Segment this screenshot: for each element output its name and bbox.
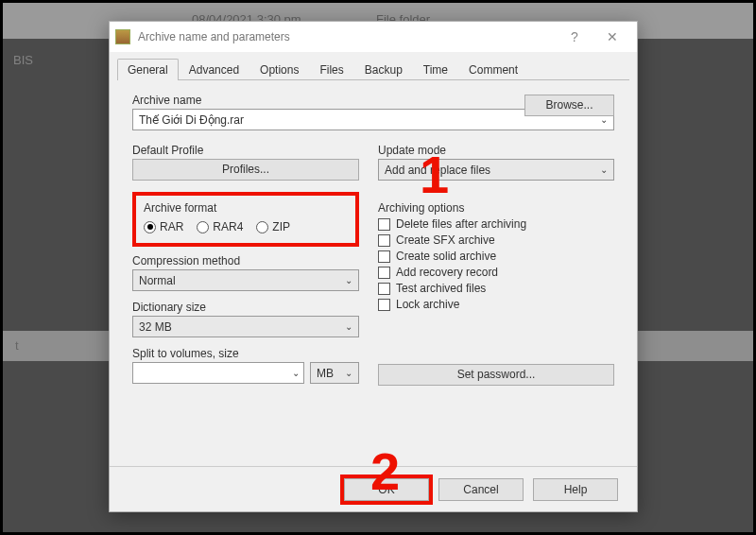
tab-time[interactable]: Time: [413, 59, 458, 80]
titlebar: Archive name and parameters ? ✕: [110, 22, 637, 52]
close-icon[interactable]: ✕: [593, 29, 631, 44]
archive-dialog: Archive name and parameters ? ✕ General …: [109, 21, 638, 512]
chk-create-sfx[interactable]: Create SFX archive: [378, 233, 614, 247]
dictionary-size-select[interactable]: 32 MB ⌄: [132, 316, 359, 337]
set-password-button[interactable]: Set password...: [378, 364, 614, 386]
chk-delete-after[interactable]: Delete files after archiving: [378, 217, 614, 231]
chevron-down-icon: ⌄: [292, 368, 300, 378]
archive-format-group: Archive format RAR RAR4 ZIP: [132, 192, 359, 247]
split-unit-select[interactable]: MB ⌄: [310, 362, 359, 384]
default-profile-label: Default Profile: [132, 144, 359, 157]
archive-name-value: Thế Giới Di Động.rar: [139, 113, 244, 127]
tab-options[interactable]: Options: [249, 59, 309, 80]
chevron-down-icon: ⌄: [345, 368, 352, 378]
chk-create-solid[interactable]: Create solid archive: [378, 250, 614, 263]
dictionary-size-label: Dictionary size: [132, 301, 359, 314]
archive-format-label: Archive format: [144, 201, 348, 215]
tab-files[interactable]: Files: [309, 59, 353, 80]
compression-method-label: Compression method: [132, 254, 359, 268]
archiving-options-label: Archiving options: [378, 201, 614, 215]
chevron-down-icon: ⌄: [345, 321, 352, 332]
tab-general[interactable]: General: [117, 59, 179, 80]
chevron-down-icon: ⌄: [345, 275, 352, 285]
tab-strip: General Advanced Options Files Backup Ti…: [117, 59, 629, 80]
tab-comment[interactable]: Comment: [458, 59, 528, 80]
split-size-input[interactable]: ⌄: [132, 362, 304, 384]
callout-1: 1: [420, 148, 449, 201]
radio-zip[interactable]: ZIP: [256, 220, 290, 233]
tab-advanced[interactable]: Advanced: [179, 59, 249, 80]
help-icon[interactable]: ?: [556, 29, 593, 44]
update-mode-select[interactable]: Add and replace files ⌄: [378, 159, 614, 181]
split-volumes-label: Split to volumes, size: [132, 347, 359, 360]
callout-2: 2: [370, 445, 400, 498]
update-mode-label: Update mode: [378, 144, 614, 157]
dialog-title: Archive name and parameters: [138, 30, 556, 43]
tab-content: Archive name Browse... Thế Giới Di Động.…: [110, 80, 637, 395]
chevron-down-icon: ⌄: [600, 164, 608, 175]
winrar-icon: [115, 29, 130, 44]
chk-recovery-record[interactable]: Add recovery record: [378, 266, 614, 279]
cancel-button[interactable]: Cancel: [438, 478, 524, 501]
help-button[interactable]: Help: [533, 478, 618, 501]
radio-rar[interactable]: RAR: [144, 220, 183, 233]
compression-method-select[interactable]: Normal ⌄: [132, 269, 359, 291]
browse-button[interactable]: Browse...: [524, 95, 614, 116]
profiles-button[interactable]: Profiles...: [132, 159, 359, 181]
chk-test-archived[interactable]: Test archived files: [378, 282, 614, 295]
chk-lock-archive[interactable]: Lock archive: [378, 298, 614, 311]
radio-rar4[interactable]: RAR4: [197, 220, 243, 233]
tab-backup[interactable]: Backup: [354, 59, 413, 80]
